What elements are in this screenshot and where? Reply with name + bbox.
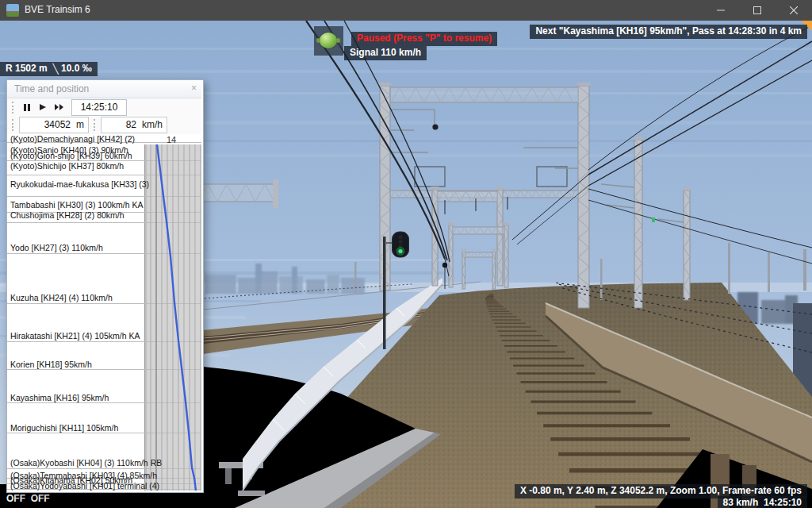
handle-status: OFF OFF bbox=[6, 493, 50, 505]
train-path-line bbox=[157, 144, 196, 491]
time-position-panel[interactable]: Time and position × 34052 m 82 km/h 14 bbox=[6, 79, 204, 493]
panel-titlebar[interactable]: Time and position × bbox=[7, 80, 201, 98]
station-row: (Kyoto)Gion-shijo [KH39] 60km/h bbox=[10, 151, 132, 160]
signal-limit: Signal 110 km/h bbox=[344, 46, 427, 60]
close-icon bbox=[790, 6, 798, 14]
play-icon bbox=[40, 104, 46, 110]
wire-insulator bbox=[432, 124, 438, 129]
curve-gradient-indicator: R 1502 m ╲ 10.0 ‰ bbox=[0, 62, 98, 76]
fast-forward-icon bbox=[55, 104, 63, 110]
station-row: Korien [KH18] 95km/h bbox=[10, 360, 92, 369]
next-stop-info: Next "Kayashima [KH16] 95km/h", Pass at … bbox=[530, 25, 807, 39]
pause-icon bbox=[24, 104, 30, 111]
window-titlebar[interactable]: BVE Trainsim 6 bbox=[0, 0, 812, 21]
speed-and-clock: 83 km/h 14:25:10 bbox=[718, 496, 807, 508]
station-row: Moriguchishi [KH11] 105km/h bbox=[10, 423, 118, 433]
toolbar-grip[interactable] bbox=[94, 119, 98, 131]
slope-down-icon: ╲ bbox=[52, 64, 58, 75]
maximize-button[interactable] bbox=[739, 0, 776, 21]
distance-value: 34052 bbox=[20, 119, 71, 130]
minimize-button[interactable] bbox=[703, 0, 739, 21]
play-button[interactable] bbox=[35, 100, 51, 114]
toolbar-grip[interactable] bbox=[12, 119, 16, 131]
speed-value: 82 bbox=[102, 119, 136, 130]
train-path-chart bbox=[145, 144, 201, 491]
pause-status-icon bbox=[314, 26, 343, 56]
time-input[interactable] bbox=[71, 99, 127, 116]
station-row: Chushojima [KH28] (2) 80km/h bbox=[10, 210, 124, 220]
minimize-icon bbox=[717, 6, 725, 14]
station-row: (Kyoto)Demachiyanagi [KH42] (2) bbox=[10, 134, 135, 144]
panel-close-icon[interactable]: × bbox=[191, 83, 197, 94]
distance-unit: m bbox=[71, 119, 88, 130]
station-row: Ryukokudai-mae-fukakusa [KH33] (3) bbox=[10, 179, 149, 189]
panel-toolbar: 34052 m 82 km/h bbox=[7, 98, 201, 134]
station-row: Kuzuha [KH24] (4) 110km/h bbox=[10, 293, 113, 302]
close-button[interactable] bbox=[776, 0, 812, 21]
distant-signal-green bbox=[652, 217, 655, 222]
station-row: Tambabashi [KH30] (3) 100km/h KA bbox=[10, 200, 144, 210]
station-row: (Osaka)Yodoyabashi [KH01] terminal (4) bbox=[10, 481, 159, 491]
fast-forward-button[interactable] bbox=[51, 100, 67, 114]
app-icon bbox=[6, 4, 19, 17]
maximize-icon bbox=[753, 6, 761, 14]
pause-notice: Paused (Press "P" to resume) bbox=[351, 32, 497, 46]
speed-unit: km/h bbox=[136, 119, 167, 130]
station-row: Hirakatashi [KH21] (4) 105km/h KA bbox=[10, 331, 140, 341]
speed-stepper[interactable]: 82 km/h bbox=[101, 117, 167, 133]
hour-tick-label: 14 bbox=[167, 135, 176, 144]
pause-button[interactable] bbox=[19, 100, 35, 114]
panel-title: Time and position bbox=[14, 83, 89, 94]
station-row: Yodo [KH27] (3) 110km/h bbox=[10, 243, 103, 252]
station-row: (Osaka)Kyobashi [KH04] (3) 110km/h RB bbox=[10, 458, 162, 468]
station-row: (Kyoto)Shichijo [KH37] 80km/h bbox=[10, 161, 124, 171]
window-title: BVE Trainsim 6 bbox=[25, 4, 90, 15]
current-clock: 14:25:10 bbox=[764, 497, 802, 508]
toolbar-grip[interactable] bbox=[12, 102, 16, 114]
distance-stepper[interactable]: 34052 m bbox=[19, 117, 89, 133]
station-diagram[interactable]: 14 (Kyoto)Demachiyanagi [KH42] (2)(Kyoto… bbox=[7, 134, 201, 491]
station-row: Kayashima [KH16] 95km/h bbox=[10, 393, 109, 402]
current-speed: 83 km/h bbox=[723, 497, 759, 508]
